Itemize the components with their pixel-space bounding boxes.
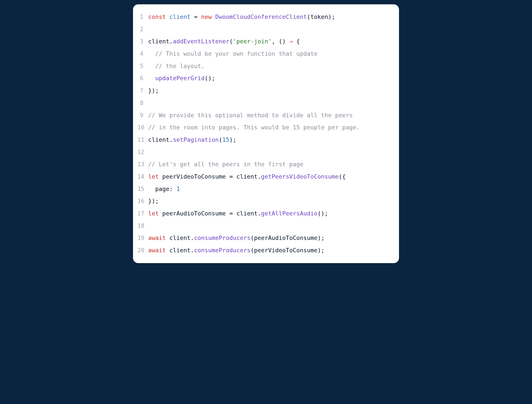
code-token: client. xyxy=(148,136,173,143)
code-token: page: xyxy=(148,186,176,192)
code-content: // Let's get all the peers in the first … xyxy=(148,158,303,170)
code-content: let peerAudioToConsume = client.getAllPe… xyxy=(148,208,328,220)
code-line: 20await client.consumeProducers(peerVide… xyxy=(137,244,390,257)
code-line: 17let peerAudioToConsume = client.getAll… xyxy=(137,208,390,220)
code-line: 11client.setPagination(15); xyxy=(137,134,390,146)
line-number: 14 xyxy=(137,170,148,183)
code-line: 8 xyxy=(137,97,390,109)
code-content: // the layout. xyxy=(148,60,205,72)
line-number: 7 xyxy=(137,85,148,97)
line-number: 5 xyxy=(137,60,148,72)
line-number: 18 xyxy=(137,220,148,232)
code-listing: 1const client = new DwoomCloudConference… xyxy=(137,11,390,257)
code-token: await xyxy=(148,247,169,254)
line-number: 16 xyxy=(137,195,148,208)
code-content: page: 1 xyxy=(148,183,180,195)
code-token: 'peer-join' xyxy=(233,38,272,45)
code-token: ({ xyxy=(339,173,346,180)
code-token: client. xyxy=(169,234,194,241)
code-token: let xyxy=(148,210,162,217)
code-token: = xyxy=(190,13,201,20)
code-content: let peerVideoToConsume = client.getPeers… xyxy=(148,170,346,183)
code-token: client. xyxy=(148,38,173,45)
code-content: updatePeerGrid(); xyxy=(148,72,215,85)
line-number: 3 xyxy=(137,35,148,48)
code-line: 5 // the layout. xyxy=(137,60,390,72)
code-token xyxy=(148,75,155,82)
code-token: consumeProducers xyxy=(194,234,250,241)
code-token: addEventListener xyxy=(173,38,229,45)
code-token: ( xyxy=(229,38,233,45)
code-content: // We provide this optional method to di… xyxy=(148,109,353,122)
code-token: getPeersVideoToConsume xyxy=(261,173,339,180)
code-line: 13// Let's get all the peers in the firs… xyxy=(137,158,390,170)
code-token: const xyxy=(148,13,169,20)
code-token: ⇒ xyxy=(289,38,293,45)
code-line: 10// in the room into pages. This would … xyxy=(137,121,390,134)
code-content: }); xyxy=(148,195,159,208)
code-token: let xyxy=(148,173,162,180)
code-token xyxy=(148,63,155,69)
line-number: 17 xyxy=(137,208,148,220)
code-content: client.setPagination(15); xyxy=(148,134,236,146)
code-token: { xyxy=(293,38,300,45)
code-token: // This would be your own function that … xyxy=(155,50,318,57)
code-token: (); xyxy=(318,210,328,217)
line-number: 11 xyxy=(137,134,148,146)
code-token: , () xyxy=(272,38,289,45)
code-token: // We provide this optional method to di… xyxy=(148,112,353,119)
code-token: client xyxy=(169,13,191,20)
code-token: (token); xyxy=(307,13,335,20)
code-line: 1const client = new DwoomCloudConference… xyxy=(137,11,390,23)
code-content: await client.consumeProducers(peerVideoT… xyxy=(148,244,324,257)
code-token: updatePeerGrid xyxy=(155,75,205,82)
line-number: 2 xyxy=(137,23,148,36)
code-token: ( xyxy=(219,136,222,143)
line-number: 19 xyxy=(137,232,148,244)
code-token: consumeProducers xyxy=(194,247,250,254)
code-line: 9// We provide this optional method to d… xyxy=(137,109,390,122)
line-number: 10 xyxy=(137,121,148,134)
code-line: 4 // This would be your own function tha… xyxy=(137,48,390,60)
code-line: 15 page: 1 xyxy=(137,183,390,195)
code-line: 6 updatePeerGrid(); xyxy=(137,72,390,85)
code-panel: 1const client = new DwoomCloudConference… xyxy=(133,4,399,263)
code-token: ); xyxy=(229,136,236,143)
line-number: 8 xyxy=(137,97,148,109)
code-token: // in the room into pages. This would be… xyxy=(148,124,360,131)
code-token: peerVideoToConsume = client. xyxy=(162,173,261,180)
code-line: 19await client.consumeProducers(peerAudi… xyxy=(137,232,390,244)
code-line: 12 xyxy=(137,146,390,158)
code-line: 16}); xyxy=(137,195,390,208)
line-number: 15 xyxy=(137,183,148,195)
line-number: 13 xyxy=(137,158,148,170)
line-number: 6 xyxy=(137,72,148,85)
code-token: 15 xyxy=(222,136,229,143)
code-token: }); xyxy=(148,198,159,204)
code-content: // This would be your own function that … xyxy=(148,48,318,60)
code-token: // the layout. xyxy=(155,63,205,69)
code-token: (peerVideoToConsume); xyxy=(250,247,324,254)
code-token: setPagination xyxy=(173,136,219,143)
code-line: 7}); xyxy=(137,85,390,97)
code-token xyxy=(148,50,155,57)
line-number: 20 xyxy=(137,244,148,257)
code-content: // in the room into pages. This would be… xyxy=(148,121,360,134)
code-line: 18 xyxy=(137,220,390,232)
code-line: 2 xyxy=(137,23,390,36)
code-content: await client.consumeProducers(peerAudioT… xyxy=(148,232,324,244)
code-token: new xyxy=(201,13,215,20)
code-token: 1 xyxy=(176,186,180,192)
code-token: (); xyxy=(205,75,215,82)
code-token: DwoomCloudConferenceClient xyxy=(215,13,307,20)
code-token: await xyxy=(148,234,169,241)
code-content: client.addEventListener('peer-join', () … xyxy=(148,35,300,48)
code-token: }); xyxy=(148,87,159,94)
code-token: getAllPeersAudio xyxy=(261,210,318,217)
code-token: (peerAudioToConsume); xyxy=(250,234,324,241)
code-line: 14let peerVideoToConsume = client.getPee… xyxy=(137,170,390,183)
code-token: // Let's get all the peers in the first … xyxy=(148,161,303,168)
code-line: 3client.addEventListener('peer-join', ()… xyxy=(137,35,390,48)
code-token: peerAudioToConsume = client. xyxy=(162,210,261,217)
code-token: client. xyxy=(169,247,194,254)
